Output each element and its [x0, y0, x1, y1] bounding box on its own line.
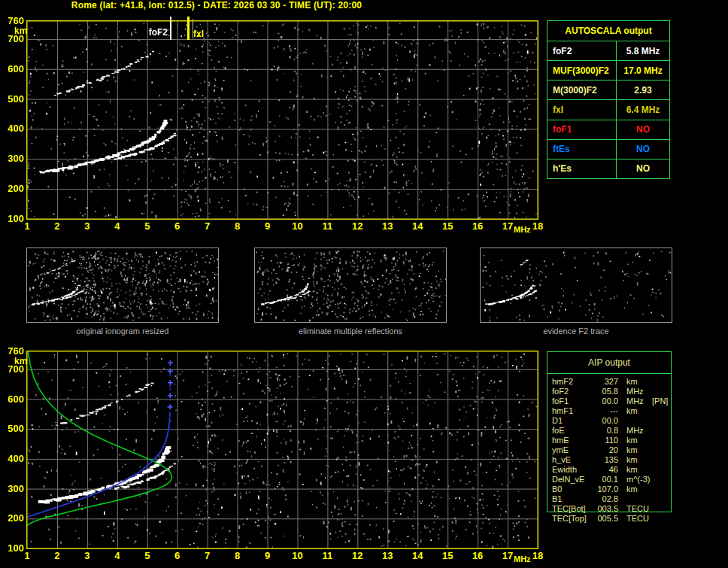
- mini-panel-original-ionogram: [26, 248, 219, 323]
- aip-row-D1: D100.0: [552, 416, 671, 426]
- x-tick-label: 12: [350, 551, 365, 561]
- autoscala-row-h'Es: h'EsNO: [548, 159, 669, 178]
- autoscala-row-label: fxI: [548, 100, 617, 119]
- y-tick-label: 200: [2, 184, 24, 194]
- x-tick-label: 6: [170, 221, 185, 232]
- aip-note: [PN]: [652, 396, 668, 406]
- aip-label: h_vE: [552, 455, 596, 465]
- x-tick-label: 2: [50, 551, 65, 561]
- aip-row-foF1: foF100.0MHz[PN]: [552, 396, 671, 406]
- aip-unit: MHz: [626, 387, 649, 396]
- x-tick-label: 16: [470, 551, 485, 561]
- aip-label: B0: [552, 484, 596, 494]
- x-tick-label: 18: [530, 221, 545, 232]
- x-tick-label: 14: [410, 221, 425, 232]
- mini-panel-caption-2: eliminate multiple reflections: [254, 326, 447, 336]
- autoscala-row-fxI: fxI6.4 MHz: [548, 100, 669, 120]
- aip-label: foE: [552, 426, 596, 436]
- aip-label: TEC[Bot]: [552, 504, 596, 514]
- aip-value: 05.8: [596, 387, 618, 396]
- aip-unit: [626, 416, 649, 426]
- top-ionogram-canvas: [26, 20, 538, 220]
- fof2-marker-line: [170, 17, 171, 40]
- autoscala-row-label: h'Es: [548, 159, 617, 178]
- aip-value: 327: [596, 377, 618, 387]
- aip-value: 003.5: [596, 504, 618, 514]
- fxi-marker-label: fxI: [193, 29, 204, 39]
- x-tick-label: 5: [140, 221, 155, 232]
- x-tick-label: 4: [110, 221, 125, 232]
- aip-row-foE: foE0.8MHz: [552, 426, 671, 436]
- x-tick-label: 5: [140, 551, 155, 561]
- x-tick-label: 12: [350, 221, 365, 232]
- aip-value: 0.8: [596, 426, 618, 436]
- aip-value: 00.0: [596, 396, 618, 406]
- autoscala-screen: Rome (lat: +41.8, lon: 012.5) - DATE: 20…: [0, 0, 728, 568]
- autoscala-row-label: foF2: [548, 41, 617, 60]
- aip-row-h_vE: h_vE135km: [552, 455, 671, 465]
- x-tick-label: 7: [200, 221, 215, 232]
- autoscala-row-value: 6.4 MHz: [617, 100, 669, 119]
- x-tick-label: 8: [230, 551, 245, 561]
- page-title: Rome (lat: +41.8, lon: 012.5) - DATE: 20…: [0, 0, 433, 11]
- aip-label: hmE: [552, 436, 596, 445]
- aip-table-rows: hmF2327kmfoF205.8MHzfoF100.0MHz[PN]hmF1-…: [552, 377, 671, 524]
- aip-unit: TECU: [626, 514, 649, 524]
- x-tick-label: 1: [20, 551, 35, 561]
- aip-value: 00.1: [596, 475, 618, 484]
- aip-label: ymE: [552, 445, 596, 455]
- aip-label: D1: [552, 416, 596, 426]
- y-tick-label: 300: [2, 484, 24, 494]
- aip-label: foF2: [552, 387, 596, 396]
- aip-label: Ewidth: [552, 465, 596, 475]
- x-axis-unit-label: MHz: [514, 554, 531, 563]
- aip-row-foF2: foF205.8MHz: [552, 387, 671, 396]
- x-tick-label: 13: [380, 551, 395, 561]
- x-tick-label: 11: [320, 221, 335, 232]
- x-tick-label: 9: [260, 551, 275, 561]
- autoscala-row-value: 5.8 MHz: [617, 41, 669, 60]
- autoscala-row-label: M(3000)F2: [548, 80, 617, 99]
- aip-value: 135: [596, 455, 618, 465]
- autoscala-output-table: AUTOSCALA output foF25.8 MHzMUF(3000)F21…: [547, 20, 670, 179]
- aip-value: 110: [596, 436, 618, 445]
- aip-row-TEC[Top]: TEC[Top]005.5TECU: [552, 514, 671, 524]
- aip-unit: MHz: [626, 426, 649, 436]
- x-tick-label: 4: [110, 551, 125, 561]
- autoscala-row-label: foF1: [548, 120, 617, 139]
- aip-unit: km: [626, 436, 649, 445]
- aip-value: 46: [596, 465, 618, 475]
- x-tick-label: 14: [410, 551, 425, 561]
- aip-label: hmF1: [552, 406, 596, 416]
- aip-unit: km: [626, 465, 649, 475]
- bottom-ionogram-canvas: [26, 351, 538, 549]
- y-tick-label: 400: [2, 454, 24, 464]
- aip-row-B0: B0107.0km: [552, 484, 671, 494]
- y-tick-label: 400: [2, 123, 24, 134]
- x-tick-label: 16: [470, 221, 485, 232]
- x-tick-label: 9: [260, 221, 275, 232]
- autoscala-row-value: NO: [617, 140, 669, 159]
- x-axis-unit-label: MHz: [514, 225, 531, 234]
- aip-row-hmF1: hmF1---km: [552, 406, 671, 416]
- aip-output-table: AIP output hmF2327kmfoF205.8MHzfoF100.0M…: [547, 351, 672, 512]
- y-tick-label: 760: [2, 16, 24, 26]
- x-tick-label: 6: [170, 551, 185, 561]
- aip-value: 107.0: [596, 484, 618, 494]
- y-tick-label: 600: [2, 64, 24, 74]
- aip-unit: km: [626, 406, 649, 416]
- fof2-marker-label: foF2: [142, 28, 168, 38]
- x-tick-label: 15: [440, 221, 455, 232]
- x-tick-label: 11: [320, 551, 335, 561]
- aip-unit: km: [626, 377, 649, 387]
- aip-unit: km: [626, 445, 649, 455]
- x-tick-label: 13: [380, 221, 395, 232]
- x-tick-label: 15: [440, 551, 455, 561]
- autoscala-table-rows: foF25.8 MHzMUF(3000)F217.0 MHzM(3000)F22…: [548, 41, 669, 178]
- aip-value: 20: [596, 445, 618, 455]
- y-tick-label: 500: [2, 424, 24, 434]
- aip-unit: km: [626, 455, 649, 465]
- x-tick-label: 8: [230, 221, 245, 232]
- aip-unit: m^(-3): [626, 475, 650, 484]
- x-tick-label: 3: [80, 551, 95, 561]
